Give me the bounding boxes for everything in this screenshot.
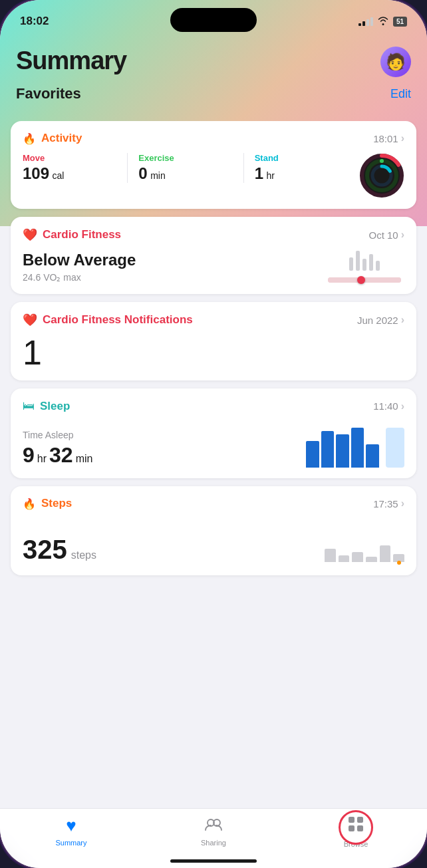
steps-time: 17:35 xyxy=(373,498,398,509)
notif-card-header: ❤️ Cardio Fitness Notifications Jun 2022… xyxy=(23,313,404,327)
notif-time-group: Jun 2022 › xyxy=(357,314,404,326)
sleep-bar-1 xyxy=(306,441,319,468)
battery-icon: 51 xyxy=(393,17,407,27)
steps-bar-4 xyxy=(366,557,377,562)
favorites-label: Favorites xyxy=(16,85,81,102)
summary-icon: ♥ xyxy=(66,815,76,836)
steps-title: Steps xyxy=(41,497,72,510)
steps-bar-5 xyxy=(380,545,391,562)
stand-stat: Stand 1 hr xyxy=(255,153,359,183)
wifi-icon xyxy=(377,16,389,27)
edit-button[interactable]: Edit xyxy=(390,87,411,101)
signal-bar-3 xyxy=(366,19,369,26)
stand-value-row: 1 hr xyxy=(255,164,349,183)
scroll-area[interactable]: 🔥 Activity 18:01 › Move xyxy=(0,121,427,868)
cardio-title-group: ❤️ Cardio Fitness xyxy=(23,227,121,242)
activity-title: Activity xyxy=(41,132,82,145)
cardio-time: Oct 10 xyxy=(368,229,398,241)
page-title: Summary xyxy=(16,47,126,75)
browse-ring xyxy=(339,810,373,845)
heart-icon-2: ❤️ xyxy=(23,313,37,327)
summary-nav-label: Summary xyxy=(55,839,86,847)
sleep-left: Time Asleep 9 hr 32 min xyxy=(23,430,92,468)
phone-frame: 18:02 xyxy=(0,0,427,868)
notif-title: Cardio Fitness Notifications xyxy=(43,313,193,327)
cardio-title: Cardio Fitness xyxy=(43,228,121,241)
dynamic-island xyxy=(170,8,257,32)
steps-value: 325 xyxy=(23,535,67,565)
cardio-chevron: › xyxy=(401,229,404,241)
stand-unit: hr xyxy=(266,170,274,181)
cardio-status: Below Average xyxy=(23,251,136,269)
flame-icon: 🔥 xyxy=(23,132,36,145)
sleep-card[interactable]: 🛏 Sleep 11:40 › Time Asleep xyxy=(11,388,416,478)
notif-title-group: ❤️ Cardio Fitness Notifications xyxy=(23,313,193,327)
move-label: Move xyxy=(23,153,116,163)
bar-5 xyxy=(376,261,380,271)
cardio-card-header: ❤️ Cardio Fitness Oct 10 › xyxy=(23,227,404,242)
sleep-hours: 9 xyxy=(23,443,35,468)
sleep-minutes: 32 xyxy=(49,443,73,468)
progress-container xyxy=(328,277,401,283)
home-indicator xyxy=(170,859,257,863)
nav-summary[interactable]: ♥ Summary xyxy=(0,815,142,847)
activity-card[interactable]: 🔥 Activity 18:01 › Move xyxy=(11,121,416,209)
sleep-chart xyxy=(306,421,379,468)
cards-container: 🔥 Activity 18:01 › Move xyxy=(0,121,427,575)
sleep-bar-4 xyxy=(351,428,364,468)
steps-content: 325 steps xyxy=(23,518,404,565)
activity-time: 18:01 xyxy=(373,133,398,144)
cardio-content: Below Average 24.6 VO₂ max xyxy=(23,250,404,283)
phone-screen: 18:02 xyxy=(0,0,427,868)
activity-time-group: 18:01 › xyxy=(373,132,404,144)
sleep-chevron: › xyxy=(401,400,404,412)
cardio-chart xyxy=(325,250,404,283)
sleep-sidebar-bar xyxy=(386,428,404,468)
sleep-bar-5 xyxy=(366,444,379,468)
steps-accent-dot xyxy=(397,561,401,565)
cardio-notifications-card[interactable]: ❤️ Cardio Fitness Notifications Jun 2022… xyxy=(11,302,416,380)
sleep-title-group: 🛏 Sleep xyxy=(23,399,70,413)
sleep-label: Time Asleep xyxy=(23,430,92,440)
cardio-time-group: Oct 10 › xyxy=(368,229,404,241)
cardio-fitness-card[interactable]: ❤️ Cardio Fitness Oct 10 › Below Average xyxy=(11,217,416,294)
exercise-unit: min xyxy=(150,170,166,181)
notif-time: Jun 2022 xyxy=(357,315,398,326)
cardio-bars xyxy=(349,251,380,271)
avatar[interactable]: 🧑 xyxy=(380,47,411,77)
activity-stats: Move 109 cal Exercise 0 min xyxy=(23,153,404,198)
exercise-stat: Exercise 0 min xyxy=(138,153,243,183)
steps-bar-2 xyxy=(339,555,350,562)
exercise-value: 0 xyxy=(138,164,147,182)
steps-card[interactable]: 🔥 Steps 17:35 › 325 steps xyxy=(11,486,416,575)
sleep-min-unit: min xyxy=(76,453,93,465)
sleep-bar-2 xyxy=(321,431,335,468)
move-unit: cal xyxy=(53,170,65,181)
exercise-value-row: 0 min xyxy=(138,164,232,183)
sleep-card-header: 🛏 Sleep 11:40 › xyxy=(23,399,404,413)
sharing-nav-label: Sharing xyxy=(201,839,226,847)
signal-bar-2 xyxy=(362,21,365,26)
sleep-time-group: 11:40 › xyxy=(373,400,404,412)
bar-2 xyxy=(356,251,360,271)
move-stat: Move 109 cal xyxy=(23,153,128,183)
signal-bar-1 xyxy=(358,23,361,26)
steps-chart xyxy=(325,518,404,565)
sleep-time: 11:40 xyxy=(373,400,398,412)
steps-bar-1 xyxy=(325,549,336,562)
notification-count: 1 xyxy=(23,335,404,370)
activity-ring xyxy=(359,153,404,198)
exercise-label: Exercise xyxy=(138,153,232,163)
nav-browse[interactable]: Browse xyxy=(285,815,427,848)
stand-label: Stand xyxy=(255,153,349,163)
sleep-content: Time Asleep 9 hr 32 min xyxy=(23,421,404,468)
cardio-left: Below Average 24.6 VO₂ max xyxy=(23,251,136,283)
bar-4 xyxy=(369,254,373,271)
nav-sharing[interactable]: Sharing xyxy=(142,815,285,847)
bar-3 xyxy=(362,259,366,271)
activity-card-header: 🔥 Activity 18:01 › xyxy=(23,132,404,145)
steps-chevron: › xyxy=(401,498,404,509)
bed-icon: 🛏 xyxy=(23,399,35,413)
steps-card-header: 🔥 Steps 17:35 › xyxy=(23,497,404,510)
sleep-chart-area xyxy=(306,421,404,468)
